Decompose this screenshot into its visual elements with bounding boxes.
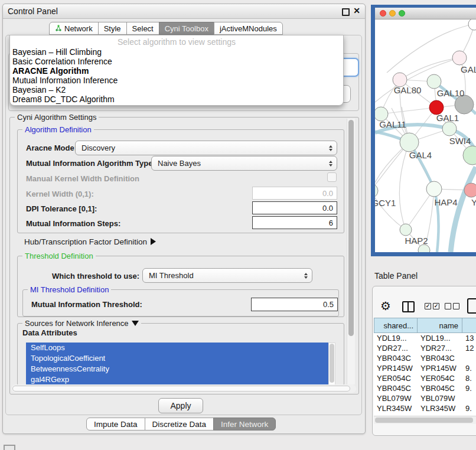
tab-discretize-data[interactable]: Discretize Data xyxy=(145,418,214,431)
combo-value: Naive Bayes xyxy=(158,159,201,168)
checked-checkbox-icon[interactable]: ✓ xyxy=(433,303,439,309)
window-title: Control Panel xyxy=(8,6,58,16)
list-item[interactable]: BetweennessCentrality xyxy=(26,364,328,374)
table-row[interactable]: YDL19...YDL19...13 xyxy=(374,333,476,343)
file-icon[interactable] xyxy=(467,298,476,314)
column-header-shared-name[interactable]: shared... xyxy=(374,318,418,333)
table-row[interactable]: YBR043CYBR043C xyxy=(374,353,476,363)
aracne-mode-combobox[interactable]: Discovery xyxy=(75,141,337,155)
settings-horizontal-scrollbar[interactable] xyxy=(11,384,356,393)
node-label: GAL1 xyxy=(436,113,459,123)
bottom-tab-bar: Impute Data Discretize Data Infer Networ… xyxy=(86,418,276,431)
gear-icon[interactable]: ⚙ xyxy=(380,299,391,313)
tab-jactivemnodules[interactable]: jActiveMNodules xyxy=(214,22,283,35)
column-header-partial[interactable] xyxy=(462,318,476,333)
tab-label: jActiveMNodules xyxy=(220,24,277,33)
stepper-arrows-icon xyxy=(329,145,332,151)
tab-network[interactable]: Network xyxy=(49,22,99,35)
cell: 13 xyxy=(462,333,476,343)
control-panel-titlebar: Control Panel ✕ xyxy=(3,4,365,19)
mi-type-combobox[interactable]: Naive Bayes xyxy=(151,156,337,171)
field-value: 0.0 xyxy=(322,204,333,213)
cell: YDL19... xyxy=(418,333,462,343)
table-row[interactable]: YBL079WYBL079W xyxy=(374,393,476,403)
table-row[interactable]: YDR27...YDR27...12 xyxy=(374,343,476,353)
sources-title-text: Sources for Network Inference xyxy=(25,319,129,328)
hub-definition-expander[interactable]: Hub/Transcription Factor Definition xyxy=(24,236,156,247)
algorithm-definition-group: Algorithm Definition Aracne Mode: Discov… xyxy=(17,129,344,233)
tab-label: Infer Network xyxy=(221,420,268,429)
checked-checkbox-icon[interactable]: ✓ xyxy=(425,303,431,309)
kernel-width-field[interactable]: 0.0 xyxy=(252,187,337,200)
tab-style[interactable]: Style xyxy=(98,22,127,35)
settings-vertical-scrollbar[interactable] xyxy=(347,119,355,384)
tab-infer-network[interactable]: Infer Network xyxy=(213,418,276,431)
mi-threshold-field[interactable]: 0.5 xyxy=(251,298,338,311)
network-canvas[interactable]: GAL GAL80 GAL10 GAL1 GAL11 SWI4 GAL4 GCY… xyxy=(375,19,476,252)
table-panel-title: Table Panel xyxy=(374,271,418,281)
node-label: SWI4 xyxy=(449,136,471,146)
collapse-arrow-icon xyxy=(132,321,139,326)
apply-button-label: Apply xyxy=(170,401,191,410)
zoom-traffic-light-icon[interactable] xyxy=(399,10,405,17)
minimized-panel-icon[interactable] xyxy=(4,445,15,450)
combo-value: MI Threshold xyxy=(149,271,194,280)
cell: YBR043C xyxy=(374,353,418,363)
combo-value: Discovery xyxy=(81,144,115,152)
table-horizontal-scrollbar[interactable] xyxy=(374,416,476,424)
dropdown-item[interactable]: Mutual Information Inference xyxy=(10,76,343,85)
tab-cyni-toolbox[interactable]: Cyni Toolbox xyxy=(159,22,214,35)
cell: YDL19... xyxy=(374,333,418,343)
dpi-tolerance-field[interactable]: 0.0 xyxy=(252,201,337,214)
cell: 9. xyxy=(462,363,476,373)
network-view-window[interactable]: GAL GAL80 GAL10 GAL1 GAL11 SWI4 GAL4 GCY… xyxy=(371,5,476,256)
node-label: GAL11 xyxy=(379,119,406,129)
table-row[interactable]: YLR345WYLR345W9. xyxy=(374,403,476,413)
unchecked-checkbox-icon[interactable] xyxy=(453,303,459,309)
group-title: Cyni Algorithm Settings xyxy=(15,113,99,122)
mi-threshold-label: Mutual Information Threshold: xyxy=(31,300,142,309)
float-window-icon[interactable] xyxy=(342,8,350,16)
unchecked-checkbox-icon[interactable] xyxy=(445,303,451,309)
column-header-name[interactable]: name xyxy=(418,318,462,333)
tab-select[interactable]: Select xyxy=(126,22,159,35)
dropdown-item[interactable]: Basic Correlation Inference xyxy=(10,57,343,66)
dropdown-placeholder: Select algorithm to view settings xyxy=(10,37,343,47)
node-label: GAL xyxy=(461,64,476,74)
network-graph: GAL GAL80 GAL10 GAL1 GAL11 SWI4 GAL4 GCY… xyxy=(375,19,476,252)
network-icon xyxy=(55,25,62,32)
field-value: 0.0 xyxy=(322,189,333,198)
manual-kernel-checkbox[interactable] xyxy=(327,172,337,182)
network-window-titlebar xyxy=(375,8,476,19)
table-header: shared... name xyxy=(374,318,476,333)
sources-title[interactable]: Sources for Network Inference xyxy=(22,319,141,328)
which-threshold-combobox[interactable]: MI Threshold xyxy=(142,268,312,283)
minimize-traffic-light-icon[interactable] xyxy=(389,10,396,17)
list-scrollbar[interactable] xyxy=(328,343,335,385)
data-attributes-list: SelfLoops TopologicalCoefficient Between… xyxy=(26,343,328,385)
node-label: GAL10 xyxy=(437,88,465,98)
column-layout-icon[interactable] xyxy=(402,301,415,312)
stepper-arrows-icon xyxy=(304,273,308,279)
dropdown-item-selected[interactable]: ARACNE Algorithm xyxy=(10,66,343,76)
table-row[interactable]: YBR045CYBR045C9. xyxy=(374,383,476,393)
control-panel-window: Control Panel ✕ Network Style Select Cyn… xyxy=(2,4,366,434)
node-label: Y xyxy=(471,197,476,207)
table-row[interactable]: YER054CYER054C8. xyxy=(374,373,476,383)
close-traffic-light-icon[interactable] xyxy=(380,10,386,17)
dropdown-item[interactable]: Bayesian – K2 xyxy=(10,85,343,94)
table-row[interactable]: YPR145WYPR145W9. xyxy=(374,363,476,373)
table-panel: ⚙ ✓ ✓ shared... name YDL19...YDL19...13 … xyxy=(372,286,476,436)
list-item[interactable]: SelfLoops xyxy=(26,343,328,353)
dropdown-item[interactable]: Bayesian – Hill Climbing xyxy=(10,47,343,57)
node-label: GAL80 xyxy=(394,85,422,95)
cell: YPR145W xyxy=(374,363,418,373)
list-item[interactable]: TopologicalCoefficient xyxy=(26,353,328,364)
list-item[interactable]: gal4RGexp xyxy=(26,374,328,385)
tab-impute-data[interactable]: Impute Data xyxy=(86,418,145,431)
mi-steps-field[interactable]: 6 xyxy=(252,216,337,229)
dropdown-item[interactable]: Dream8 DC_TDC Algorithm xyxy=(10,94,343,104)
algorithm-definition-title: Algorithm Definition xyxy=(22,125,94,134)
close-icon[interactable]: ✕ xyxy=(353,6,360,15)
apply-button[interactable]: Apply xyxy=(158,398,203,413)
